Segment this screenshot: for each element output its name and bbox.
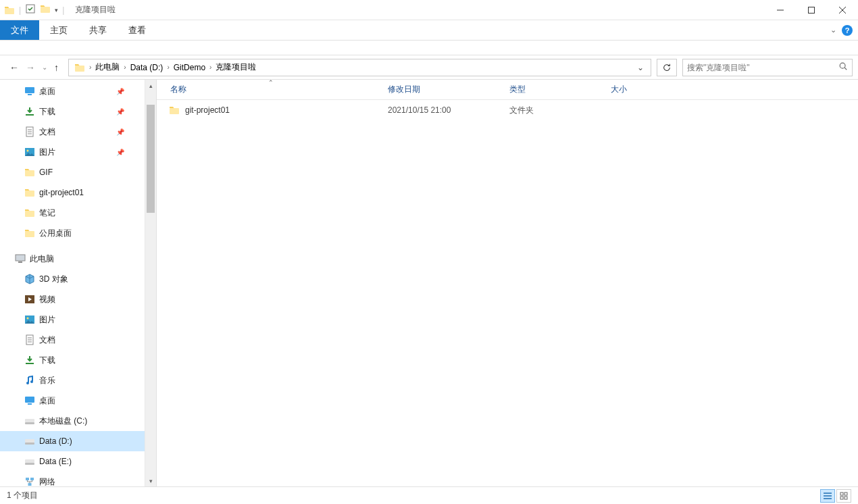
view-details-button[interactable] xyxy=(820,489,835,503)
sidebar-item-label: 视频 xyxy=(39,294,55,305)
sidebar-pc-item[interactable]: Data (D:) xyxy=(0,431,145,451)
downloads-icon xyxy=(24,106,35,117)
svg-point-23 xyxy=(26,382,29,384)
ribbon-collapsed-area xyxy=(0,41,858,55)
svg-rect-16 xyxy=(16,255,25,261)
breadcrumb-seg-1[interactable]: Data (D:) xyxy=(128,59,166,76)
breadcrumb-label: Data (D:) xyxy=(130,63,163,72)
sidebar-item-label: 文档 xyxy=(39,126,55,138)
breadcrumb-seg-2[interactable]: GitDemo xyxy=(171,59,208,76)
ribbon-tab-home[interactable]: 主页 xyxy=(39,20,78,40)
sidebar-item-label: 此电脑 xyxy=(30,253,54,265)
svg-rect-3 xyxy=(809,7,815,13)
scroll-up-icon[interactable]: ▴ xyxy=(145,80,156,91)
sidebar-quick-item[interactable]: 桌面📌 xyxy=(0,81,145,101)
sidebar-pc-item[interactable]: 文档 xyxy=(0,330,145,350)
svg-rect-32 xyxy=(25,463,34,465)
sidebar-quick-item[interactable]: GIF xyxy=(0,162,145,182)
network-icon xyxy=(24,476,35,486)
search-icon[interactable] xyxy=(838,61,848,73)
minimize-button[interactable] xyxy=(765,0,796,20)
help-icon[interactable]: ? xyxy=(842,25,853,36)
sidebar-this-pc[interactable]: 此电脑 xyxy=(0,249,145,269)
sidebar-pc-item[interactable]: 下载 xyxy=(0,350,145,370)
table-row[interactable]: git-project01 2021/10/15 21:00 文件夹 xyxy=(157,100,858,120)
breadcrumb-seg-3[interactable]: 克隆项目啦 xyxy=(213,59,259,76)
sidebar-quick-item[interactable]: 下载📌 xyxy=(0,101,145,122)
sidebar-item-label: 图片 xyxy=(39,147,55,158)
sidebar-item-label: 桌面 xyxy=(39,395,55,407)
forward-button[interactable]: → xyxy=(26,62,35,73)
column-date[interactable]: 修改日期 xyxy=(380,80,501,99)
maximize-button[interactable] xyxy=(796,0,827,20)
address-dropdown-icon[interactable]: ⌄ xyxy=(633,63,648,72)
qat-properties-icon[interactable] xyxy=(25,3,36,16)
sidebar-pc-item[interactable]: Data (E:) xyxy=(0,451,145,472)
sidebar-pc-item[interactable]: 网络 xyxy=(0,472,145,486)
column-name[interactable]: 名称 ⌃ xyxy=(157,80,380,99)
address-root-icon[interactable] xyxy=(72,59,88,76)
sidebar-quick-item[interactable]: 图片📌 xyxy=(0,142,145,162)
address-bar[interactable]: › 此电脑 › Data (D:) › GitDemo › 克隆项目啦 ⌄ xyxy=(68,59,651,76)
svg-rect-30 xyxy=(25,443,34,445)
sidebar: 桌面📌下载📌文档📌图片📌GIFgit-project01笔记公用桌面此电脑3D … xyxy=(0,80,157,486)
search-input[interactable] xyxy=(687,63,838,72)
sidebar-quick-item[interactable]: 文档📌 xyxy=(0,122,145,142)
folder-icon xyxy=(24,228,35,238)
search-box[interactable] xyxy=(682,59,853,76)
desktop-icon xyxy=(24,86,35,97)
folder-icon xyxy=(24,207,35,218)
svg-rect-17 xyxy=(18,261,22,263)
breadcrumb-seg-0[interactable]: 此电脑 xyxy=(93,59,122,76)
scroll-thumb[interactable] xyxy=(147,105,155,213)
pin-icon: 📌 xyxy=(116,108,124,116)
sidebar-scrollbar[interactable]: ▴ ▾ xyxy=(145,80,156,486)
up-button[interactable]: ↑ xyxy=(54,62,59,73)
pin-icon: 📌 xyxy=(116,149,124,156)
pc-icon xyxy=(15,253,26,264)
back-button[interactable]: ← xyxy=(9,62,19,73)
svg-rect-34 xyxy=(30,478,34,480)
ribbon-tab-view[interactable]: 查看 xyxy=(118,20,157,40)
ribbon-tab-file[interactable]: 文件 xyxy=(0,20,39,40)
recent-dropdown-icon[interactable]: ⌄ xyxy=(42,64,47,71)
sidebar-pc-item[interactable]: 3D 对象 xyxy=(0,269,145,289)
disk-icon xyxy=(24,436,35,447)
view-thumbnails-button[interactable] xyxy=(836,489,851,503)
column-size[interactable]: 大小 xyxy=(603,80,684,99)
music-icon xyxy=(24,375,35,386)
address-root-chevron-icon[interactable]: › xyxy=(88,64,93,71)
scroll-down-icon[interactable]: ▾ xyxy=(145,475,156,486)
qat-newfolder-icon[interactable] xyxy=(40,3,51,16)
sidebar-item-label: git-project01 xyxy=(39,188,84,197)
downloads-icon xyxy=(24,355,35,366)
file-rows: git-project01 2021/10/15 21:00 文件夹 xyxy=(157,100,858,486)
close-button[interactable] xyxy=(827,0,858,20)
svg-rect-12 xyxy=(25,170,34,176)
sidebar-item-label: 网络 xyxy=(39,476,55,487)
ribbon-tab-share[interactable]: 共享 xyxy=(78,20,118,40)
sidebar-quick-item[interactable]: git-project01 xyxy=(0,182,145,203)
sidebar-item-label: 3D 对象 xyxy=(39,274,68,285)
breadcrumb-chevron-icon[interactable]: › xyxy=(208,64,213,71)
videos-icon xyxy=(24,294,35,305)
sidebar-quick-item[interactable]: 公用桌面 xyxy=(0,223,145,243)
column-type[interactable]: 类型 xyxy=(501,80,603,99)
sidebar-pc-item[interactable]: 图片 xyxy=(0,309,145,330)
sidebar-pc-item[interactable]: 本地磁盘 (C:) xyxy=(0,411,145,431)
breadcrumb-chevron-icon[interactable]: › xyxy=(166,64,170,71)
breadcrumb-chevron-icon[interactable]: › xyxy=(122,64,127,71)
qat-dropdown-icon[interactable]: ▾ xyxy=(55,7,58,14)
sidebar-quick-item[interactable]: 笔记 xyxy=(0,203,145,223)
sidebar-item-label: 本地磁盘 (C:) xyxy=(39,415,87,427)
file-name: git-project01 xyxy=(185,105,230,115)
scroll-track[interactable] xyxy=(145,91,156,475)
sidebar-pc-item[interactable]: 桌面 xyxy=(0,390,145,411)
refresh-button[interactable] xyxy=(657,59,677,76)
svg-rect-2 xyxy=(41,7,50,13)
sidebar-pc-item[interactable]: 音乐 xyxy=(0,370,145,390)
pin-icon: 📌 xyxy=(116,128,124,136)
sidebar-pc-item[interactable]: 视频 xyxy=(0,289,145,309)
ribbon-collapse-icon[interactable]: ⌄ xyxy=(830,26,836,34)
documents-icon xyxy=(24,334,35,345)
